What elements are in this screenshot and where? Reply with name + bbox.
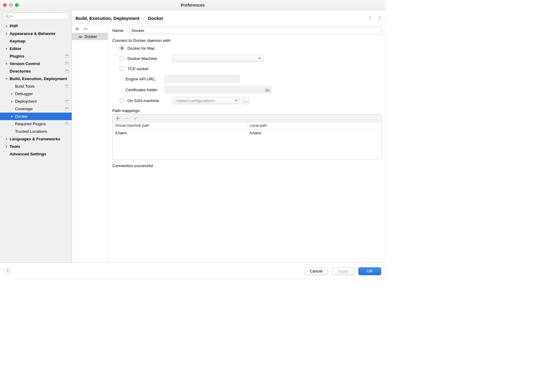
chevron-right-icon [11, 100, 13, 103]
main-panel: Build, Execution, Deployment › Docker [72, 10, 385, 263]
sidebar-item-label: Build, Execution, Deployment [10, 76, 69, 81]
breadcrumb-parent[interactable]: Build, Execution, Deployment [76, 16, 139, 21]
docker-icon [79, 35, 83, 38]
radio-label: On SSH machine: [127, 98, 173, 103]
sidebar-item-debugger[interactable]: Debugger [0, 90, 72, 98]
chevron-right-icon [11, 130, 13, 133]
sidebar-item-trusted-locations[interactable]: Trusted Locations [0, 128, 72, 135]
add-icon[interactable] [75, 27, 79, 31]
table-row[interactable]: /Users /Users [113, 129, 382, 160]
sidebar-item-build-execution-deployment[interactable]: Build, Execution, Deployment [0, 75, 72, 82]
ssh-config-more-button[interactable]: … [242, 97, 249, 104]
column-local-path[interactable]: Local path [247, 122, 382, 129]
sidebar-item-label: Directories [10, 69, 65, 73]
sidebar-item-label: Appearance & Behavior [10, 31, 69, 36]
search-input[interactable] [3, 13, 69, 20]
svg-rect-14 [65, 122, 69, 125]
breadcrumb-current: Docker [148, 16, 164, 21]
sidebar-item-languages-frameworks[interactable]: Languages & Frameworks [0, 135, 72, 143]
sidebar-item-docker[interactable]: Docker [0, 113, 72, 120]
radio-tcp-socket[interactable]: TCP socket [120, 66, 382, 71]
sidebar-item-label: Debugger [15, 92, 69, 96]
sidebar-item-keymap[interactable]: Keymap [0, 37, 72, 45]
sidebar-item-label: Tools [10, 144, 69, 149]
remove-icon[interactable] [125, 116, 129, 120]
breadcrumb: Build, Execution, Deployment › Docker [76, 14, 382, 22]
search-field[interactable] [12, 14, 68, 19]
chevron-right-icon [11, 108, 13, 110]
sidebar-item-tools[interactable]: Tools [0, 143, 72, 150]
svg-rect-12 [65, 107, 69, 110]
cell-vm-path: /Users [113, 129, 247, 160]
column-vm-path[interactable]: Virtual machine path [113, 122, 247, 129]
sidebar-item-plugins[interactable]: Plugins [0, 52, 72, 60]
sidebar-item-deployment[interactable]: Deployment [0, 98, 72, 105]
radio-docker-machine[interactable]: Docker Machine: [120, 55, 382, 62]
radio-ssh-machine[interactable]: On SSH machine: <select configuration> … [120, 97, 382, 104]
sidebar-item-label: Coverage [15, 107, 65, 111]
ok-button[interactable]: OK [358, 267, 381, 275]
name-label: Name: [112, 28, 129, 33]
chevron-right-icon [5, 33, 8, 35]
chevron-right-icon [5, 138, 8, 140]
chevron-right-icon [11, 85, 13, 88]
select-placeholder: <select configuration> [175, 98, 215, 103]
chevron-down-icon [5, 78, 8, 80]
titlebar: Preferences [0, 0, 385, 10]
sidebar-item-label: Advanced Settings [10, 152, 69, 156]
chevron-right-icon [5, 55, 8, 58]
chevron-down-icon [10, 15, 12, 17]
remove-icon[interactable] [83, 27, 88, 31]
sidebar-item-label: Trusted Locations [15, 129, 69, 134]
svg-rect-13 [66, 108, 68, 108]
sidebar-item-label: Docker [15, 114, 69, 119]
docker-machine-select[interactable] [173, 55, 263, 62]
chevron-right-icon [5, 63, 8, 65]
sidebar-item-advanced-settings[interactable]: Advanced Settings [0, 150, 72, 158]
cell-local-path: /Users [247, 129, 382, 160]
settings-tree[interactable]: PHPAppearance & BehaviorKeymapEditorPlug… [0, 22, 72, 263]
forward-icon[interactable] [377, 16, 382, 20]
sidebar-item-directories[interactable]: Directories [0, 67, 72, 75]
sidebar-item-label: PHP [10, 24, 69, 28]
svg-rect-7 [66, 70, 68, 71]
project-badge-icon [65, 99, 69, 104]
radio-label: TCP socket [127, 67, 173, 71]
sidebar-item-coverage[interactable]: Coverage [0, 105, 72, 113]
sidebar-item-editor[interactable]: Editor [0, 45, 72, 52]
docker-form: Name: Connect to Docker daemon with: Doc… [108, 25, 382, 263]
sidebar-item-version-control[interactable]: Version Control [0, 60, 72, 67]
sidebar-item-appearance-behavior[interactable]: Appearance & Behavior [0, 30, 72, 37]
help-button[interactable]: ? [4, 268, 11, 275]
svg-rect-3 [66, 55, 68, 56]
content: PHPAppearance & BehaviorKeymapEditorPlug… [0, 10, 385, 263]
sidebar-item-build-tools[interactable]: Build Tools [0, 82, 72, 90]
docker-config-item[interactable]: Docker [72, 33, 108, 40]
name-field[interactable] [129, 27, 382, 34]
certificates-folder-label: Certificates folder: [126, 88, 165, 92]
svg-rect-11 [66, 100, 68, 101]
project-badge-icon [65, 107, 69, 111]
svg-rect-15 [66, 123, 68, 123]
sidebar-item-required-plugins[interactable]: Required Plugins [0, 120, 72, 128]
project-badge-icon [65, 122, 69, 126]
back-icon[interactable] [368, 16, 373, 20]
cancel-button[interactable]: Cancel [304, 267, 328, 275]
search-icon [5, 14, 9, 18]
sidebar-item-label: Required Plugins [15, 122, 65, 126]
add-icon[interactable] [116, 116, 120, 120]
chevron-right-icon [11, 123, 13, 125]
settings-sidebar: PHPAppearance & BehaviorKeymapEditorPlug… [0, 10, 72, 263]
apply-button[interactable]: Apply [332, 267, 355, 275]
svg-rect-2 [65, 54, 69, 58]
breadcrumb-separator: › [143, 16, 145, 21]
radio-docker-for-mac[interactable]: Docker for Mac [120, 46, 382, 51]
sidebar-item-php[interactable]: PHP [0, 22, 72, 30]
path-mappings-table: Virtual machine path Local path /Users /… [112, 114, 382, 160]
svg-rect-5 [66, 63, 68, 63]
edit-icon[interactable] [134, 116, 138, 120]
ssh-config-select[interactable]: <select configuration> [173, 97, 239, 104]
project-badge-icon [65, 69, 69, 73]
chevron-right-icon [11, 93, 13, 95]
radio-icon [120, 56, 124, 61]
